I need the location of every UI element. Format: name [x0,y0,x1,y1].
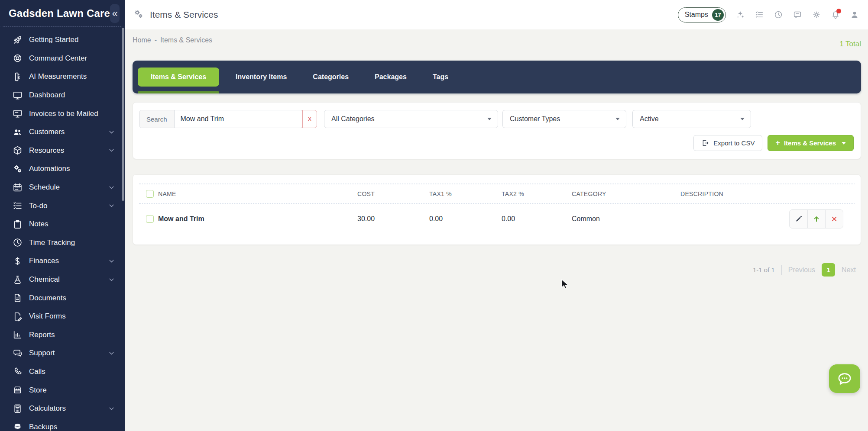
comment-button[interactable] [793,10,802,19]
sidebar-item-support[interactable]: Support [0,344,125,363]
bell-button[interactable] [831,10,840,19]
stamps-button[interactable]: Stamps 17 [678,7,726,23]
column-header-category: CATEGORY [572,190,680,197]
gear-button[interactable] [812,10,821,19]
sidebar-item-label: AI Measurements [29,72,115,81]
list-check-icon [755,10,764,19]
export-csv-button[interactable]: Export to CSV [693,135,762,151]
sidebar-item-label: Chemical [29,275,108,284]
sidebar-item-finances[interactable]: Finances [0,252,125,270]
sidebar-item-getting-started[interactable]: Getting Started [0,31,125,49]
sidebar-item-label: Support [29,349,108,357]
tab-bar: Items & ServicesInventory ItemsCategorie… [133,61,861,93]
customer-types-select[interactable]: Customer Types [502,110,626,128]
status-select[interactable]: Active [632,110,751,128]
row-checkbox[interactable] [146,215,154,223]
select-all-checkbox[interactable] [146,190,154,198]
sidebar-item-to-do[interactable]: To-do [0,196,125,215]
chevron-down-icon [615,118,620,120]
phone-icon [12,366,23,377]
ruler-icon [12,71,23,82]
sidebar-item-resources[interactable]: Resources [0,142,125,160]
chevron-down-icon [108,405,115,412]
clock-button[interactable] [774,10,783,19]
database-icon [12,421,23,431]
sidebar-item-label: Notes [29,220,115,228]
sidebar: Gadsden Lawn Care « Getting StartedComma… [0,0,125,431]
tab-categories[interactable]: Categories [300,69,362,85]
sidebar-item-dashboard[interactable]: Dashboard [0,86,125,105]
list-check-button[interactable] [755,10,764,19]
sidebar-item-command-center[interactable]: Command Center [0,49,125,68]
flask-icon [12,274,23,285]
pagination-previous[interactable]: Previous [788,266,815,274]
edit-row-button[interactable] [790,210,807,228]
top-bar: Items & Services Stamps 17 [125,0,868,29]
sidebar-item-calls[interactable]: Calls [0,363,125,381]
sidebar-item-notes[interactable]: Notes [0,215,125,234]
tab-items-services[interactable]: Items & Services [138,68,219,87]
tab-tags[interactable]: Tags [420,69,461,85]
chevron-down-icon [740,118,745,120]
breadcrumb-home[interactable]: Home [133,36,151,44]
delete-row-button[interactable] [825,210,843,228]
export-icon [701,139,709,147]
sidebar-item-label: Backups [29,423,115,431]
monitor-icon [12,90,23,101]
promote-row-button[interactable] [807,210,825,228]
sidebar-collapse-button[interactable]: « [110,4,120,23]
sidebar-item-calculators[interactable]: Calculators [0,399,125,418]
sidebar-item-label: Customers [29,128,108,136]
breadcrumb-current: Items & Services [160,36,212,44]
search-label: Search [139,110,175,128]
chat-launcher-button[interactable] [829,364,860,393]
chevron-down-icon [108,276,115,283]
cell-tax1: 0.00 [429,215,502,223]
chevron-down-icon [842,142,846,145]
sidebar-item-backups[interactable]: Backups [0,418,125,431]
rocket-icon [12,35,23,45]
add-items-services-button[interactable]: + Items & Services [768,135,854,151]
checklist-icon [12,200,23,211]
sidebar-item-label: Calculators [29,404,108,413]
gears-icon [133,8,144,20]
sidebar-item-label: Dashboard [29,91,115,100]
sidebar-item-label: To-do [29,202,108,210]
clipboard-icon [12,219,23,230]
sidebar-item-ai-measurements[interactable]: AI Measurements [0,68,125,86]
sidebar-item-automations[interactable]: Automations [0,160,125,178]
stamps-count-badge: 17 [712,9,724,21]
cube-icon [12,145,23,156]
chevron-down-icon [108,147,115,154]
sidebar-item-label: Documents [29,294,115,302]
sidebar-item-time-tracking[interactable]: Time Tracking [0,234,125,252]
sidebar-item-documents[interactable]: Documents [0,289,125,307]
sidebar-item-invoices-to-be-mailed[interactable]: Invoices to be Mailed [0,104,125,123]
category-select[interactable]: All Categories [324,110,498,128]
clear-search-button[interactable]: X [302,110,317,128]
pagination: 1-1 of 1 Previous 1 Next [133,263,861,277]
sidebar-item-reports[interactable]: Reports [0,326,125,344]
cell-cost: 30.00 [357,215,429,223]
column-header-cost: COST [357,190,429,197]
gear-icon [812,10,821,19]
sparkles-button[interactable] [735,10,745,19]
sidebar-item-customers[interactable]: Customers [0,123,125,142]
pagination-next[interactable]: Next [842,266,856,274]
sidebar-item-label: Automations [29,164,115,173]
customer-types-select-value: Customer Types [510,115,560,123]
search-input[interactable] [175,110,302,128]
tab-packages[interactable]: Packages [362,69,420,85]
pencil-icon [794,215,803,223]
tab-inventory-items[interactable]: Inventory Items [223,69,300,85]
user-icon [850,10,859,19]
status-select-value: Active [640,115,659,123]
sidebar-item-chemical[interactable]: Chemical [0,270,125,289]
pagination-page-1[interactable]: 1 [822,263,835,277]
sidebar-scrollbar[interactable] [122,28,124,201]
user-button[interactable] [850,10,859,19]
sidebar-item-visit-forms[interactable]: Visit Forms [0,307,125,326]
sidebar-item-schedule[interactable]: Schedule [0,178,125,197]
sidebar-item-store[interactable]: Store [0,381,125,399]
chevron-down-icon [487,118,492,120]
